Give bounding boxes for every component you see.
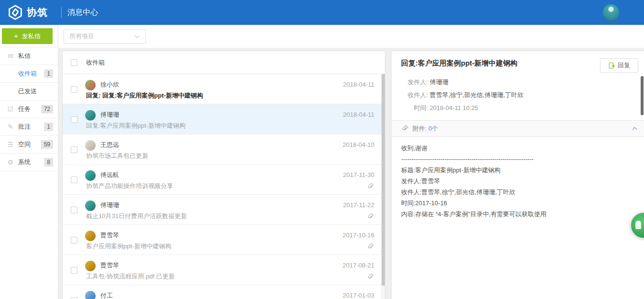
detail-body-line: 收件人:曹雪琴,徐宁,邵光信,傅珊珊,丁叶欣 — [401, 187, 634, 198]
app-logo[interactable]: 协筑 — [0, 5, 48, 20]
detail-meta-row: 发件人: 傅珊珊 — [401, 76, 591, 89]
sender-avatar — [85, 261, 96, 271]
message-subject: 客户应用案例ppt-新增中建钢构 — [86, 242, 366, 251]
sender-avatar — [85, 291, 96, 299]
message-date: 2017-11-30 — [343, 171, 374, 178]
sender-avatar — [85, 140, 96, 151]
message-date: 2017-08-21 — [343, 262, 375, 269]
detail-body-line: 收到,谢谢 — [401, 143, 634, 154]
detail-meta-row: 时间: 2018-04-11 10:25 — [401, 101, 591, 114]
app-shell: + 发私信 ✉ 私信 收件箱 1 已发送 ☑ 任务 72 ✎ 批注 1 ☰ 空间… — [0, 25, 644, 299]
list-header-label: 收件箱 — [86, 51, 105, 74]
message-row[interactable]: 王思远 协筑市场工具包已更新 2018-04-10 — [63, 134, 385, 165]
detail-title: 回复:客户应用案例ppt-新增中建钢构 — [401, 59, 591, 68]
reply-button-label: 回复 — [618, 61, 630, 70]
attachment-count: 0个 — [428, 125, 438, 132]
sidebar-item[interactable]: ☰ 空间 59 — [0, 136, 58, 154]
sidebar-item-badge: 72 — [41, 105, 53, 113]
sidebar-item-label: 批注 — [18, 118, 31, 135]
message-sender: 曹雪琴 — [100, 230, 366, 241]
sidebar-item[interactable]: ☑ 任务 72 — [0, 100, 58, 118]
sidebar-item[interactable]: ✉ 私信 — [0, 47, 58, 65]
sidebar-item-label: 空间 — [18, 136, 31, 153]
message-detail-panel: 回复:客户应用案例ppt-新增中建钢构 发件人: 傅珊珊 收件人: 曹雪琴,徐宁… — [391, 51, 644, 299]
message-row[interactable]: 付工 2017-01-03 — [63, 285, 385, 299]
collapse-chevron-icon[interactable] — [633, 127, 637, 132]
message-checkbox[interactable] — [71, 146, 77, 153]
message-date: 2017-11-22 — [343, 201, 374, 209]
message-date: 2017-01-03 — [343, 292, 375, 299]
plus-icon: + — [14, 32, 18, 40]
project-filter-value: 所有项目 — [69, 33, 94, 40]
message-list-panel: 收件箱 徐小欣 回复: 回复:客户应用案例ppt-新增中建钢构 2018-04-… — [62, 51, 385, 299]
message-list: 徐小欣 回复: 回复:客户应用案例ppt-新增中建钢构 2018-04-11 傅… — [63, 74, 385, 299]
sidebar-item[interactable]: ✎ 批注 1 — [0, 118, 58, 136]
user-avatar[interactable] — [603, 4, 619, 21]
message-sender: 傅珊珊 — [100, 200, 366, 210]
attachment-bar[interactable]: 附件: 0个 — [392, 121, 644, 137]
reply-button[interactable]: 回复 — [600, 58, 638, 73]
message-checkbox[interactable] — [71, 177, 77, 183]
message-sender: 傅远航 — [100, 170, 366, 180]
message-checkbox[interactable] — [71, 267, 77, 274]
message-date: 2018-04-10 — [343, 141, 375, 148]
chevron-down-icon — [135, 33, 140, 38]
panels: 收件箱 徐小欣 回复: 回复:客户应用案例ppt-新增中建钢构 2018-04-… — [58, 48, 644, 299]
message-sender: 付工 — [100, 290, 366, 299]
message-checkbox[interactable] — [71, 297, 77, 299]
message-row[interactable]: 傅远航 协筑产品功能操作培训视频分享 2017-11-30 — [63, 165, 385, 195]
list-scrollbar-thumb[interactable] — [382, 74, 385, 286]
sidebar-item-label: 任务 — [18, 100, 31, 118]
message-subject: 回复:客户应用案例ppt-新增中建钢构 — [86, 122, 366, 130]
detail-body-line: ----------------------------------------… — [401, 154, 634, 165]
detail-body-line: 内容:存储在 “4-客户案例”目录中,有需要可以获取使用 — [401, 209, 634, 220]
sidebar-item[interactable]: 已发送 — [0, 83, 58, 100]
sidebar-item-badge: 1 — [44, 122, 53, 131]
sender-avatar — [85, 200, 96, 211]
message-sender: 曹雪琴 — [100, 260, 366, 271]
message-date: 2018-04-11 — [343, 81, 374, 88]
message-row[interactable]: 曹雪琴 客户应用案例ppt-新增中建钢构 2017-10-16 — [63, 225, 385, 255]
message-sender: 徐小欣 — [100, 79, 366, 90]
meta-value: 2018-04-11 10:25 — [430, 104, 479, 111]
compose-message-button[interactable]: + 发私信 — [2, 28, 53, 44]
sidebar-item-icon: ✉ — [6, 47, 15, 65]
main-content: 所有项目 收件箱 徐小欣 回复: 回复:客户应用案例ppt-新增中建钢构 201… — [58, 25, 644, 299]
sidebar-item-label: 系统 — [18, 154, 31, 171]
sidebar-item-icon: ☰ — [6, 136, 15, 153]
attachment-label: 附件: — [413, 125, 427, 132]
message-row[interactable]: 傅珊珊 截止10月31日付费用户活跃数据更新 2017-11-22 — [63, 195, 385, 225]
sidebar-item-icon: ☑ — [6, 100, 15, 118]
message-date: 2017-10-16 — [343, 232, 375, 239]
message-row[interactable]: 傅珊珊 回复:客户应用案例ppt-新增中建钢构 2018-04-11 — [63, 104, 385, 134]
detail-body-line: 标题:客户应用案例ppt-新增中建钢构 — [401, 165, 634, 176]
sidebar-item-icon: ✎ — [6, 118, 15, 135]
message-checkbox[interactable] — [71, 86, 77, 93]
message-checkbox[interactable] — [71, 207, 77, 213]
detail-meta: 发件人: 傅珊珊 收件人: 曹雪琴,徐宁,邵光信,傅珊珊,丁叶欣 时间: 201… — [401, 76, 591, 114]
project-filter-dropdown[interactable]: 所有项目 — [64, 29, 146, 44]
message-checkbox[interactable] — [71, 237, 77, 244]
message-subject: 工具包-协筑流程应用.pdf 已更新 — [86, 272, 366, 281]
message-checkbox[interactable] — [71, 116, 77, 123]
message-subject: 协筑市场工具包已更新 — [86, 152, 366, 160]
sidebar-item[interactable]: ⚙ 系统 8 — [0, 154, 58, 171]
message-row[interactable]: 徐小欣 回复: 回复:客户应用案例ppt-新增中建钢构 2018-04-11 — [63, 74, 385, 104]
message-row[interactable]: 曹雪琴 工具包-协筑流程应用.pdf 已更新 2017-08-21 — [63, 255, 385, 285]
meta-value: 傅珊珊 — [430, 78, 448, 86]
sender-avatar — [85, 80, 96, 90]
sidebar-item-label: 已发送 — [18, 83, 37, 100]
select-all-checkbox[interactable] — [71, 59, 77, 66]
sidebar: + 发私信 ✉ 私信 收件箱 1 已发送 ☑ 任务 72 ✎ 批注 1 ☰ 空间… — [0, 25, 58, 299]
sidebar-item-badge: 1 — [44, 69, 53, 78]
top-header: 协筑 消息中心 — [0, 0, 644, 25]
message-sender: 王思远 — [100, 140, 366, 150]
compose-button-label: 发私信 — [22, 33, 41, 40]
message-sender: 傅珊珊 — [100, 110, 366, 120]
detail-meta-row: 收件人: 曹雪琴,徐宁,邵光信,傅珊珊,丁叶欣 — [401, 89, 591, 101]
sender-avatar — [85, 110, 96, 121]
attachment-icon — [367, 273, 373, 280]
sidebar-item-badge: 8 — [44, 158, 53, 166]
sidebar-item[interactable]: 收件箱 1 — [0, 65, 58, 83]
detail-scrollbar-thumb[interactable] — [641, 76, 644, 115]
